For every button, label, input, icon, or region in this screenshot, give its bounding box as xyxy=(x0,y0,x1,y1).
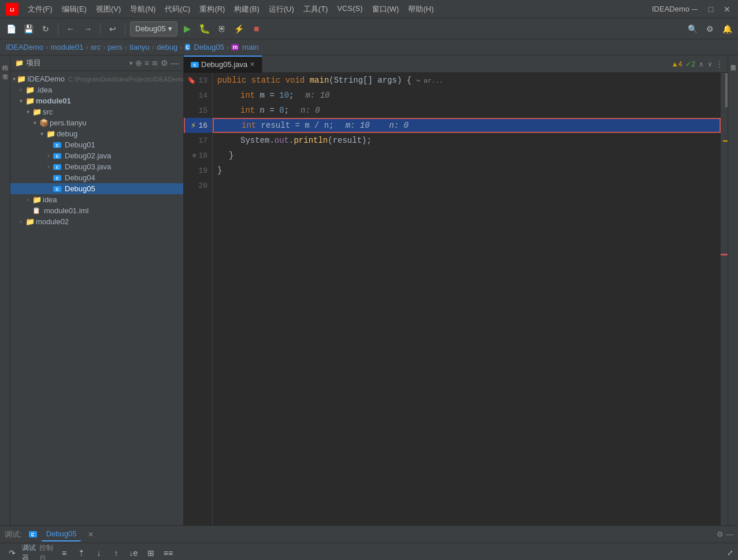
code-line-13: public static void main(String[] args) {… xyxy=(213,73,721,88)
new-file-button[interactable]: 📄 xyxy=(3,21,18,36)
menu-edit[interactable]: 编辑(E) xyxy=(57,2,91,17)
left-sidebar: 结构 书签 xyxy=(0,55,10,525)
menu-refactor[interactable]: 重构(R) xyxy=(195,2,229,17)
tree-item-pers-tianyu[interactable]: ▾ 📦 pers.tianyu xyxy=(10,117,183,128)
tree-item-debug[interactable]: ▾ 📁 debug xyxy=(10,128,183,139)
tree-item-ideademo[interactable]: ▾ 📁 IDEADemo C:\ProgramData\IdeaProjects… xyxy=(10,73,183,84)
code-content[interactable]: public static void main(String[] args) {… xyxy=(213,73,721,525)
settings-button[interactable]: ⚙ xyxy=(702,21,717,36)
all-threads-btn[interactable]: ≡ xyxy=(57,546,72,561)
breadcrumb-module01[interactable]: module01 xyxy=(50,43,83,51)
search-everywhere-button[interactable]: 🔍 xyxy=(685,21,700,36)
label-debug04: Debug04 xyxy=(65,173,95,182)
tree-item-debug02[interactable]: › c Debug02.java xyxy=(10,150,183,161)
stop-button[interactable]: ■ xyxy=(249,21,264,36)
close-button[interactable]: ✕ xyxy=(722,4,732,14)
menu-navigate[interactable]: 导航(N) xyxy=(125,2,160,17)
restore-layout-btn[interactable]: ⇡ xyxy=(74,546,89,561)
scrollbar-thumb[interactable] xyxy=(725,73,728,107)
hide-icon[interactable]: ≋ xyxy=(151,58,158,68)
num-20: 20 xyxy=(198,181,207,190)
step-over-btn[interactable]: ↷ xyxy=(5,546,20,561)
maximize-button[interactable]: □ xyxy=(706,4,716,14)
sidebar-tab-structure[interactable]: 结构 xyxy=(1,58,9,62)
sidebar-tab-bookmarks[interactable]: 书签 xyxy=(1,67,9,72)
forward-button[interactable]: → xyxy=(80,21,95,36)
scroll-up-icon[interactable]: ∧ xyxy=(699,60,704,68)
label-pers: pers.tianyu xyxy=(50,118,87,127)
menu-code[interactable]: 代码(C) xyxy=(160,2,195,17)
menu-tools[interactable]: 工具(T) xyxy=(299,2,333,17)
step-out-btn[interactable]: ↑ xyxy=(109,546,124,561)
more-options-icon[interactable]: ⋮ xyxy=(716,60,723,68)
menu-run[interactable]: 运行(U) xyxy=(264,2,299,17)
breadcrumb-tianyu[interactable]: tianyu xyxy=(129,43,150,51)
tree-item-idea2[interactable]: › 📁 idea xyxy=(10,194,183,205)
settings-icon[interactable]: ⚙ xyxy=(161,58,168,68)
collapse-all-icon[interactable]: ≡ xyxy=(144,58,149,68)
notifications-button[interactable]: 🔔 xyxy=(720,21,735,36)
more-debug-btn[interactable]: ≡≡ xyxy=(161,546,176,561)
profile-button[interactable]: ⚡ xyxy=(232,21,247,36)
menu-view[interactable]: 视图(V) xyxy=(91,2,125,17)
tree-item-debug03[interactable]: › c Debug03.java xyxy=(10,161,183,172)
menu-build[interactable]: 构建(B) xyxy=(229,2,264,17)
step-into-btn[interactable]: ↓ xyxy=(91,546,106,561)
save-button[interactable]: 💾 xyxy=(21,21,36,36)
minimize-panel-icon[interactable]: — xyxy=(726,530,733,539)
window-controls: ─ □ ✕ xyxy=(689,4,732,14)
tree-item-debug01[interactable]: c Debug01 xyxy=(10,139,183,150)
class-icon: c xyxy=(185,44,191,50)
breadcrumb-src[interactable]: src xyxy=(91,43,101,51)
restore-window-btn[interactable]: ⤢ xyxy=(727,548,733,557)
tree-item-module02[interactable]: › 📁 module02 xyxy=(10,216,183,227)
tab-close-icon[interactable]: ✕ xyxy=(250,61,255,68)
tree-item-src[interactable]: ▾ 📁 src xyxy=(10,106,183,117)
debug-tab-close[interactable]: ✕ xyxy=(88,531,94,539)
tree-item-module01[interactable]: ▾ 📁 module01 xyxy=(10,95,183,106)
num-17: 17 xyxy=(198,136,207,145)
debug-hint-16: m: 10 n: 0 xyxy=(346,121,409,130)
tree-item-iml[interactable]: 📋 module01.iml xyxy=(10,205,183,216)
code-line-17: System.out.println(result); xyxy=(213,133,721,148)
eval-btn[interactable]: ⊞ xyxy=(143,546,158,561)
menu-window[interactable]: 窗口(W) xyxy=(368,2,404,17)
undo-button[interactable]: ↩ xyxy=(105,21,120,36)
console-tab[interactable]: 控制台 xyxy=(39,546,54,561)
editor-tab-debug05[interactable]: c Debug05.java ✕ xyxy=(184,55,262,73)
run-button[interactable]: ▶ xyxy=(180,21,195,36)
debug-tab-icon: c xyxy=(29,531,37,537)
tree-item-idea[interactable]: › 📁 .idea xyxy=(10,84,183,95)
menu-file[interactable]: 文件(F) xyxy=(23,2,57,17)
editor-scrollbar[interactable] xyxy=(721,73,728,525)
breadcrumb-pers[interactable]: pers xyxy=(108,43,123,51)
debug-hint-15: n: 0 xyxy=(301,106,320,115)
breadcrumb-debug[interactable]: debug xyxy=(157,43,177,51)
tree-item-debug05[interactable]: c Debug05 xyxy=(10,183,183,194)
breadcrumb-debug05[interactable]: Debug05 xyxy=(194,43,224,51)
sidebar-tab-database[interactable]: 数据库 xyxy=(729,58,737,62)
sync-button[interactable]: ↻ xyxy=(38,21,53,36)
run-to-cursor-btn[interactable]: ↓e xyxy=(126,546,141,561)
breadcrumb-ideademo[interactable]: IDEADemo xyxy=(6,43,43,51)
debug-button[interactable]: 🐛 xyxy=(197,21,212,36)
tree-item-debug04[interactable]: c Debug04 xyxy=(10,172,183,183)
locate-file-icon[interactable]: ⊕ xyxy=(135,58,142,68)
run-config-dropdown[interactable]: Debug05 ▾ xyxy=(130,21,177,36)
debug-tab-debug05[interactable]: Debug05 xyxy=(42,527,81,542)
back-button[interactable]: ← xyxy=(63,21,78,36)
debugger-tab[interactable]: 调试器 xyxy=(22,546,37,561)
code-line-19: } xyxy=(213,163,721,178)
line-num-20: 20 xyxy=(184,178,212,193)
debug-arrow-icon: ⚡ xyxy=(191,120,196,131)
minimize-button[interactable]: ─ xyxy=(689,4,700,14)
coverage-button[interactable]: ⛨ xyxy=(214,21,229,36)
label-ideademo: IDEADemo xyxy=(27,75,65,83)
settings-icon[interactable]: ⚙ xyxy=(717,530,724,539)
menu-help[interactable]: 帮助(H) xyxy=(403,2,438,17)
breadcrumb-main[interactable]: main xyxy=(242,43,258,51)
project-panel: 📁 项目 ▾ ⊕ ≡ ≋ ⚙ — ▾ 📁 IDEADemo C:\Program… xyxy=(10,55,184,525)
scroll-down-icon[interactable]: ∨ xyxy=(707,60,713,68)
minimize-icon[interactable]: — xyxy=(170,58,179,68)
menu-vcs[interactable]: VCS(S) xyxy=(332,2,367,17)
